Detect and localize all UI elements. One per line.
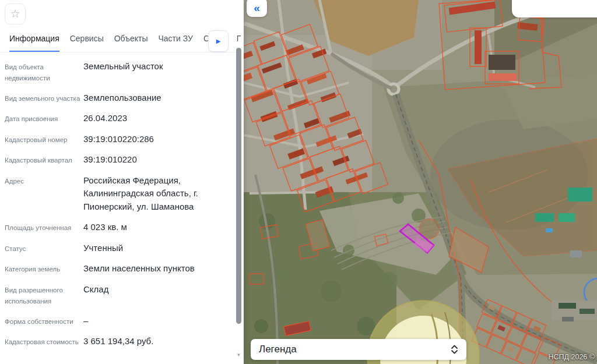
- field-value: Земли населенных пунктов: [83, 262, 195, 275]
- object-info-panel: ☆ Информация Сервисы Объекты Части ЗУ Со…: [0, 0, 244, 364]
- star-icon: ☆: [10, 8, 20, 20]
- panel-scrollbar[interactable]: ▼: [235, 45, 242, 360]
- tab-parcel-parts[interactable]: Части ЗУ: [158, 30, 192, 51]
- field-value: Землепользование: [83, 91, 161, 105]
- field-value: Российская Федерация, Калининградская об…: [83, 174, 229, 214]
- field-value: –: [83, 314, 88, 328]
- field-label: Статус: [5, 242, 83, 255]
- field-label: Кадастровый номер: [5, 133, 83, 146]
- tabs-scroll-right-button[interactable]: ▶: [208, 30, 229, 52]
- field-row: Форма собственности –: [5, 314, 229, 328]
- field-label: Площадь уточненная: [5, 221, 83, 234]
- field-row: Площадь уточненная 4 023 кв. м: [5, 221, 229, 234]
- nspd-cadastre-app: ☆ Информация Сервисы Объекты Части ЗУ Со…: [0, 0, 597, 364]
- field-row: Дата присвоения 26.04.2023: [5, 112, 229, 125]
- field-row: Адрес Российская Федерация, Калининградс…: [5, 174, 229, 214]
- field-row: Вид разрешенного использования Склад: [5, 283, 229, 307]
- field-value: 3 651 194,34 руб.: [83, 335, 153, 348]
- attributes-list: Вид объекта недвижимости Земельный участ…: [5, 52, 229, 356]
- field-value: Земельный участок: [83, 60, 163, 84]
- chevrons-left-icon: «: [254, 2, 260, 14]
- field-value: 4 023 кв. м: [83, 221, 127, 234]
- scrollbar-thumb[interactable]: [236, 48, 241, 324]
- field-row: Вид объекта недвижимости Земельный участ…: [5, 60, 229, 84]
- tab-information[interactable]: Информация: [9, 30, 59, 52]
- tab-services[interactable]: Сервисы: [70, 30, 104, 51]
- map-attribution: НСПД 2026 ©: [549, 353, 595, 361]
- field-value: Учтенный: [83, 242, 123, 255]
- chevron-right-icon: ▶: [216, 38, 221, 44]
- collapse-panel-button[interactable]: «: [247, 0, 267, 17]
- field-row: Вид земельного участка Землепользование: [5, 91, 229, 105]
- field-row: Статус Учтенный: [5, 242, 229, 255]
- field-label: Вид объекта недвижимости: [5, 60, 83, 84]
- field-label: Кадастровый квартал: [5, 153, 83, 167]
- field-label: Категория земель: [5, 262, 83, 275]
- field-row: Кадастровая стоимость 3 651 194,34 руб.: [5, 335, 229, 348]
- field-value: 26.04.2023: [83, 112, 127, 125]
- satellite-map: [244, 0, 597, 364]
- tab-bar: Информация Сервисы Объекты Части ЗУ Сост…: [0, 30, 244, 52]
- field-value: 39:19:010220:286: [83, 133, 154, 146]
- field-label: Вид земельного участка: [5, 91, 83, 105]
- favorite-button[interactable]: ☆: [5, 3, 26, 24]
- top-right-toolbar: [512, 0, 597, 17]
- field-row: Кадастровый квартал 39:19:010220: [5, 153, 229, 167]
- field-value: Склад: [83, 283, 108, 307]
- map-canvas[interactable]: « Легенда НСПД 2026 ©: [244, 0, 597, 364]
- legend-title: Легенда: [259, 344, 451, 355]
- field-label: Кадастровая стоимость: [5, 335, 83, 348]
- field-label: Форма собственности: [5, 314, 83, 328]
- field-row: Кадастровый номер 39:19:010220:286: [5, 133, 229, 146]
- field-label: Вид разрешенного использования: [5, 283, 83, 307]
- field-value: 39:19:010220: [83, 153, 137, 167]
- field-label: Дата присвоения: [5, 112, 83, 125]
- expand-collapse-icon: [451, 344, 458, 355]
- tab-objects[interactable]: Объекты: [114, 30, 148, 51]
- legend-bar[interactable]: Легенда: [251, 339, 466, 360]
- field-row: Категория земель Земли населенных пункто…: [5, 262, 229, 275]
- scrollbar-down-arrow-icon[interactable]: ▼: [236, 352, 242, 358]
- field-label: Адрес: [5, 174, 83, 214]
